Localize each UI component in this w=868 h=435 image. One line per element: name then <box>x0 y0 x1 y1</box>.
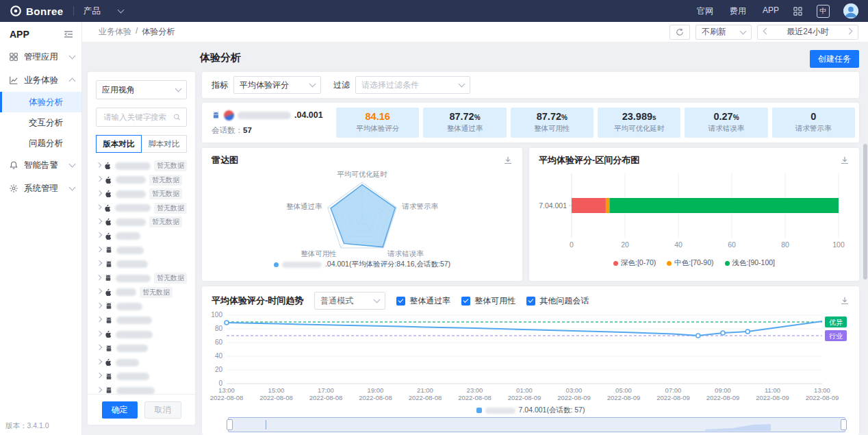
radar-card: 雷达图 平均可优化延时请求警示率请求错误率整体可用性整体通过率 .04.001(… <box>202 148 522 281</box>
expand-chevron-icon[interactable] <box>97 359 102 364</box>
expand-chevron-icon[interactable] <box>97 219 102 224</box>
app-list-item[interactable]: 暂无数据 <box>96 286 187 300</box>
stat-value: 23.989s <box>622 112 656 122</box>
download-button[interactable] <box>840 156 850 165</box>
apps-grid-icon <box>793 6 803 16</box>
refresh-button[interactable] <box>669 25 690 40</box>
confirm-button[interactable]: 确定 <box>102 401 138 419</box>
collapse-sidebar-icon[interactable] <box>64 30 73 38</box>
app-name-redacted <box>116 331 153 338</box>
product-menu[interactable]: 产品 <box>84 5 123 17</box>
expand-chevron-icon[interactable] <box>97 345 102 350</box>
sidebar-item-manage-apps[interactable]: 管理应用 <box>0 45 81 69</box>
prev-range-icon[interactable] <box>763 27 770 34</box>
tab-version-compare[interactable]: 版本对比 <box>96 135 142 153</box>
sidebar-item-system-management[interactable]: 系统管理 <box>0 177 81 200</box>
search-input[interactable] <box>102 112 173 122</box>
datazoom-right-handle[interactable] <box>841 419 847 430</box>
view-select[interactable]: 应用视角 <box>96 80 187 99</box>
expand-chevron-icon[interactable] <box>97 387 102 393</box>
checkbox-availability[interactable]: 整体可用性 <box>461 295 515 307</box>
metric-select[interactable]: 平均体验评分 <box>233 76 321 94</box>
app-list-item[interactable]: 暂无数据 <box>96 159 187 173</box>
app-list-item[interactable] <box>96 356 187 370</box>
stat-value-number: 0 <box>810 111 816 122</box>
app-list-item[interactable] <box>96 370 187 384</box>
expand-chevron-icon[interactable] <box>97 176 102 182</box>
app-list-item[interactable]: 暂无数据 <box>96 215 187 229</box>
expand-chevron-icon[interactable] <box>97 275 102 280</box>
brand-logo[interactable]: Bonree <box>10 5 64 17</box>
expand-chevron-icon[interactable] <box>97 190 102 196</box>
expand-chevron-icon[interactable] <box>97 247 102 252</box>
expand-chevron-icon[interactable] <box>97 162 102 168</box>
stat-value: 0 <box>810 112 816 122</box>
time-range-value[interactable]: 最近24小时 <box>787 26 828 38</box>
navbar-links: 官网费用APP <box>697 5 779 17</box>
app-list-item[interactable] <box>96 299 187 314</box>
language-toggle[interactable]: 中 <box>817 5 830 18</box>
download-button[interactable] <box>503 156 513 165</box>
expand-chevron-icon[interactable] <box>97 331 102 336</box>
nav-link[interactable]: APP <box>763 5 779 17</box>
svg-text:7.04.001: 7.04.001 <box>539 201 567 210</box>
sidebar-item-interaction-analysis[interactable]: 交互分析 <box>0 112 81 133</box>
legend-dot <box>613 261 618 266</box>
nav-link[interactable]: 官网 <box>697 5 713 17</box>
app-list-item[interactable] <box>96 243 187 258</box>
chevron-down-icon <box>459 81 465 88</box>
expand-chevron-icon[interactable] <box>97 288 102 294</box>
stat-value-number: 0.27 <box>713 111 732 122</box>
app-list-item[interactable] <box>96 314 187 328</box>
sidebar-item-experience-analysis[interactable]: 体验分析 <box>0 92 81 112</box>
stat-label: 平均体验评分 <box>356 124 399 134</box>
app-list-item[interactable]: 暂无数据 <box>96 271 187 286</box>
datazoom-left-handle[interactable] <box>227 419 233 430</box>
checkbox-pass-rate[interactable]: 整体通过率 <box>396 295 450 307</box>
refresh-mode-select[interactable]: 不刷新 <box>695 25 752 40</box>
app-list-item[interactable] <box>96 258 187 272</box>
download-icon <box>840 296 850 306</box>
svg-text:80: 80 <box>215 325 223 332</box>
expand-chevron-icon[interactable] <box>97 303 102 308</box>
apps-grid-button[interactable] <box>793 6 803 16</box>
breadcrumb-parent[interactable]: 业务体验 <box>99 26 131 38</box>
app-list-item[interactable]: 暂无数据 <box>96 201 187 216</box>
search-icon[interactable] <box>173 113 181 121</box>
datazoom-slider[interactable] <box>228 417 845 432</box>
top-navbar: Bonree 产品 官网费用APP 中 <box>0 0 868 22</box>
android-icon-wrap <box>105 302 113 310</box>
expand-chevron-icon[interactable] <box>97 232 102 238</box>
filter-select[interactable]: 请选择过滤条件 <box>355 76 470 94</box>
svg-text:03:00: 03:00 <box>566 386 583 394</box>
expand-chevron-icon[interactable] <box>97 373 102 378</box>
checkbox-label: 整体通过率 <box>409 295 450 307</box>
cancel-button[interactable]: 取消 <box>144 401 181 419</box>
create-task-button[interactable]: 创建任务 <box>810 50 859 68</box>
svg-text:11:00: 11:00 <box>765 386 780 394</box>
mode-select[interactable]: 普通模式 <box>314 292 385 310</box>
next-range-icon[interactable] <box>846 27 853 34</box>
tab-script-compare[interactable]: 脚本对比 <box>141 135 187 153</box>
app-list-item[interactable]: 暂无数据 <box>96 187 187 201</box>
user-avatar[interactable] <box>843 3 858 18</box>
app-list-item[interactable]: 暂无数据 <box>96 173 187 188</box>
expand-chevron-icon[interactable] <box>97 204 102 210</box>
app-list-item[interactable] <box>96 327 187 342</box>
sidebar-item-business-experience[interactable]: 业务体验 <box>0 69 81 92</box>
download-button[interactable] <box>840 296 850 306</box>
submenu-label: 问题分析 <box>29 138 63 149</box>
expand-chevron-icon[interactable] <box>97 316 102 322</box>
app-list-item[interactable] <box>96 229 187 244</box>
sidebar-item-problem-analysis[interactable]: 问题分析 <box>0 133 81 153</box>
expand-chevron-icon[interactable] <box>97 260 102 266</box>
scrollbar-thumb[interactable] <box>863 144 867 279</box>
android-icon-wrap <box>104 274 112 282</box>
sidebar-item-smart-alerts[interactable]: 智能告警 <box>0 153 81 177</box>
app-list-item[interactable] <box>96 342 187 356</box>
nav-link[interactable]: 费用 <box>730 5 746 17</box>
no-data-badge: 暂无数据 <box>149 175 182 186</box>
svg-text:2022-08-09: 2022-08-09 <box>706 394 740 401</box>
checkbox-other-sessions[interactable]: 其他问题会话 <box>526 295 589 307</box>
app-name-redacted <box>238 112 291 119</box>
